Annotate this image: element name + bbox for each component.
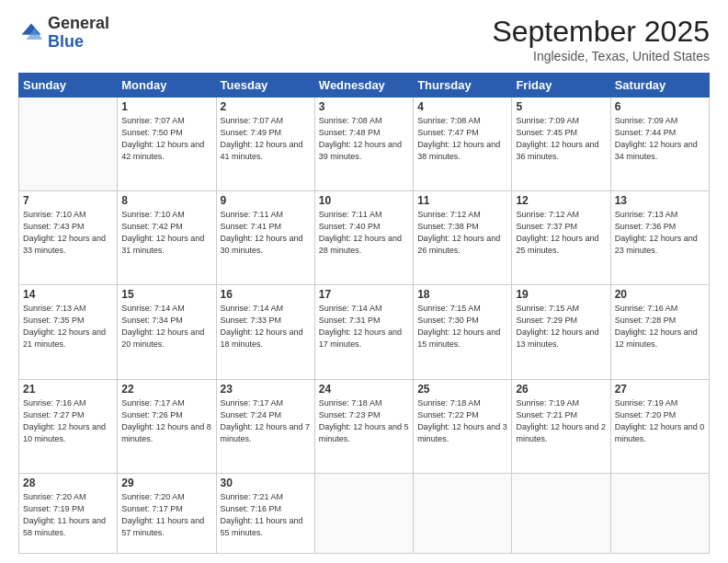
day-info: Sunrise: 7:18 AM Sunset: 7:23 PM Dayligh… <box>319 397 409 445</box>
table-row <box>414 473 512 553</box>
table-row: 28Sunrise: 7:20 AM Sunset: 7:19 PM Dayli… <box>19 473 118 553</box>
table-row: 6Sunrise: 7:09 AM Sunset: 7:44 PM Daylig… <box>610 98 709 191</box>
day-info: Sunrise: 7:21 AM Sunset: 7:16 PM Dayligh… <box>221 491 311 539</box>
day-info: Sunrise: 7:14 AM Sunset: 7:33 PM Dayligh… <box>221 303 311 350</box>
day-info: Sunrise: 7:16 AM Sunset: 7:27 PM Dayligh… <box>23 397 113 445</box>
day-info: Sunrise: 7:08 AM Sunset: 7:48 PM Dayligh… <box>319 115 409 163</box>
logo-blue: Blue <box>48 32 84 51</box>
col-saturday: Saturday <box>610 74 709 98</box>
table-row: 1Sunrise: 7:07 AM Sunset: 7:50 PM Daylig… <box>118 98 216 191</box>
day-info: Sunrise: 7:08 AM Sunset: 7:47 PM Dayligh… <box>417 115 507 163</box>
day-number: 22 <box>121 383 211 396</box>
col-wednesday: Wednesday <box>314 74 413 98</box>
col-thursday: Thursday <box>414 74 512 98</box>
table-row: 12Sunrise: 7:12 AM Sunset: 7:37 PM Dayli… <box>512 191 610 285</box>
calendar-table: Sunday Monday Tuesday Wednesday Thursday… <box>18 73 710 554</box>
day-info: Sunrise: 7:17 AM Sunset: 7:26 PM Dayligh… <box>121 397 211 445</box>
table-row: 16Sunrise: 7:14 AM Sunset: 7:33 PM Dayli… <box>216 285 314 379</box>
table-row: 27Sunrise: 7:19 AM Sunset: 7:20 PM Dayli… <box>610 379 709 473</box>
table-row: 17Sunrise: 7:14 AM Sunset: 7:31 PM Dayli… <box>314 285 413 379</box>
day-number: 16 <box>221 288 311 301</box>
table-row: 24Sunrise: 7:18 AM Sunset: 7:23 PM Dayli… <box>314 379 413 473</box>
header-row: Sunday Monday Tuesday Wednesday Thursday… <box>19 74 710 98</box>
day-number: 12 <box>516 194 606 207</box>
title-block: September 2025 Ingleside, Texas, United … <box>492 15 710 63</box>
day-info: Sunrise: 7:10 AM Sunset: 7:42 PM Dayligh… <box>121 209 211 257</box>
table-row: 23Sunrise: 7:17 AM Sunset: 7:24 PM Dayli… <box>216 379 314 473</box>
table-row: 30Sunrise: 7:21 AM Sunset: 7:16 PM Dayli… <box>216 473 314 553</box>
day-number: 24 <box>319 383 409 396</box>
day-number: 8 <box>121 194 211 207</box>
table-row: 22Sunrise: 7:17 AM Sunset: 7:26 PM Dayli… <box>118 379 216 473</box>
day-info: Sunrise: 7:11 AM Sunset: 7:41 PM Dayligh… <box>221 209 311 257</box>
day-number: 1 <box>121 100 211 113</box>
day-number: 4 <box>417 100 507 113</box>
day-info: Sunrise: 7:20 AM Sunset: 7:19 PM Dayligh… <box>23 491 113 539</box>
table-row: 5Sunrise: 7:09 AM Sunset: 7:45 PM Daylig… <box>512 98 610 191</box>
day-info: Sunrise: 7:17 AM Sunset: 7:24 PM Dayligh… <box>221 397 311 445</box>
table-row: 25Sunrise: 7:18 AM Sunset: 7:22 PM Dayli… <box>414 379 512 473</box>
table-row: 19Sunrise: 7:15 AM Sunset: 7:29 PM Dayli… <box>512 285 610 379</box>
day-number: 23 <box>221 383 311 396</box>
day-number: 6 <box>615 100 705 113</box>
day-info: Sunrise: 7:15 AM Sunset: 7:29 PM Dayligh… <box>516 303 606 350</box>
logo: General Blue <box>18 15 109 52</box>
table-row: 18Sunrise: 7:15 AM Sunset: 7:30 PM Dayli… <box>414 285 512 379</box>
table-row: 15Sunrise: 7:14 AM Sunset: 7:34 PM Dayli… <box>118 285 216 379</box>
table-row <box>314 473 413 553</box>
day-info: Sunrise: 7:20 AM Sunset: 7:17 PM Dayligh… <box>121 491 211 539</box>
day-info: Sunrise: 7:14 AM Sunset: 7:34 PM Dayligh… <box>121 303 211 350</box>
day-number: 15 <box>121 288 211 301</box>
table-row: 9Sunrise: 7:11 AM Sunset: 7:41 PM Daylig… <box>216 191 314 285</box>
day-number: 25 <box>417 383 507 396</box>
day-info: Sunrise: 7:09 AM Sunset: 7:45 PM Dayligh… <box>516 115 606 163</box>
day-info: Sunrise: 7:11 AM Sunset: 7:40 PM Dayligh… <box>319 209 409 257</box>
day-number: 13 <box>615 194 705 207</box>
col-tuesday: Tuesday <box>216 74 314 98</box>
logo-text: General Blue <box>48 15 109 52</box>
day-info: Sunrise: 7:10 AM Sunset: 7:43 PM Dayligh… <box>23 209 113 257</box>
table-row: 26Sunrise: 7:19 AM Sunset: 7:21 PM Dayli… <box>512 379 610 473</box>
calendar-title: September 2025 <box>492 15 710 49</box>
table-row: 3Sunrise: 7:08 AM Sunset: 7:48 PM Daylig… <box>314 98 413 191</box>
day-info: Sunrise: 7:07 AM Sunset: 7:49 PM Dayligh… <box>221 115 311 163</box>
day-info: Sunrise: 7:12 AM Sunset: 7:38 PM Dayligh… <box>417 209 507 257</box>
logo-icon <box>18 20 44 46</box>
day-info: Sunrise: 7:12 AM Sunset: 7:37 PM Dayligh… <box>516 209 606 257</box>
day-number: 14 <box>23 288 113 301</box>
day-number: 20 <box>615 288 705 301</box>
table-row: 11Sunrise: 7:12 AM Sunset: 7:38 PM Dayli… <box>414 191 512 285</box>
day-number: 10 <box>319 194 409 207</box>
table-row: 13Sunrise: 7:13 AM Sunset: 7:36 PM Dayli… <box>610 191 709 285</box>
table-row: 10Sunrise: 7:11 AM Sunset: 7:40 PM Dayli… <box>314 191 413 285</box>
table-row <box>610 473 709 553</box>
day-info: Sunrise: 7:16 AM Sunset: 7:28 PM Dayligh… <box>615 303 705 350</box>
table-row: 20Sunrise: 7:16 AM Sunset: 7:28 PM Dayli… <box>610 285 709 379</box>
day-number: 3 <box>319 100 409 113</box>
col-friday: Friday <box>512 74 610 98</box>
day-info: Sunrise: 7:09 AM Sunset: 7:44 PM Dayligh… <box>615 115 705 163</box>
day-number: 7 <box>23 194 113 207</box>
day-info: Sunrise: 7:15 AM Sunset: 7:30 PM Dayligh… <box>417 303 507 350</box>
day-number: 28 <box>23 477 113 489</box>
table-row: 7Sunrise: 7:10 AM Sunset: 7:43 PM Daylig… <box>19 191 118 285</box>
day-info: Sunrise: 7:13 AM Sunset: 7:35 PM Dayligh… <box>23 303 113 350</box>
day-number: 11 <box>417 194 507 207</box>
day-number: 18 <box>417 288 507 301</box>
day-info: Sunrise: 7:19 AM Sunset: 7:20 PM Dayligh… <box>615 397 705 445</box>
header: General Blue September 2025 Ingleside, T… <box>18 15 710 63</box>
day-info: Sunrise: 7:14 AM Sunset: 7:31 PM Dayligh… <box>319 303 409 350</box>
table-row <box>512 473 610 553</box>
day-info: Sunrise: 7:07 AM Sunset: 7:50 PM Dayligh… <box>121 115 211 163</box>
day-number: 2 <box>221 100 311 113</box>
day-number: 30 <box>221 477 311 489</box>
day-info: Sunrise: 7:13 AM Sunset: 7:36 PM Dayligh… <box>615 209 705 257</box>
logo-general: General <box>48 14 109 32</box>
table-row: 21Sunrise: 7:16 AM Sunset: 7:27 PM Dayli… <box>19 379 118 473</box>
page: General Blue September 2025 Ingleside, T… <box>0 0 728 563</box>
table-row: 8Sunrise: 7:10 AM Sunset: 7:42 PM Daylig… <box>118 191 216 285</box>
day-number: 21 <box>23 383 113 396</box>
table-row: 2Sunrise: 7:07 AM Sunset: 7:49 PM Daylig… <box>216 98 314 191</box>
calendar-subtitle: Ingleside, Texas, United States <box>492 49 710 63</box>
day-number: 26 <box>516 383 606 396</box>
